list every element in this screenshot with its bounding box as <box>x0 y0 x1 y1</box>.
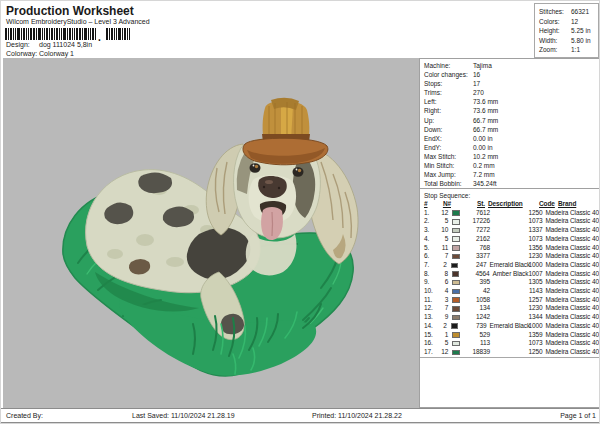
thread-brand: Madeira Classic 40 <box>546 322 599 331</box>
stop-sequence-row: 11.310581257Madeira Classic 40 <box>424 296 599 305</box>
summary-label: Colors: <box>539 17 571 27</box>
app-version-subtitle: Wilcom EmbroideryStudio – Level 3 Advanc… <box>6 18 150 25</box>
stop-sequence-row: 15.15291359Madeira Classic 40 <box>424 331 599 340</box>
thread-description: Emerald Black <box>489 261 528 270</box>
stop-number: 14. <box>424 322 434 331</box>
thread-color-swatch <box>452 219 459 225</box>
thread-code: 1305 <box>528 278 542 287</box>
machine-info-label: Down: <box>424 125 473 134</box>
machine-info-label: Min Stitch: <box>424 161 473 170</box>
needle-number: 3 <box>435 296 448 305</box>
thread-color-swatch <box>452 271 459 277</box>
machine-info-value: 345.24ft <box>473 180 497 187</box>
col-header-description: Description <box>488 200 539 209</box>
thread-brand: Madeira Classic 40 <box>546 226 599 235</box>
thread-color-swatch <box>452 210 459 216</box>
thread-color-swatch <box>452 289 459 295</box>
needle-number: 5 <box>435 217 448 226</box>
thread-brand: Madeira Classic 40 <box>546 217 599 226</box>
stop-number: 3. <box>424 226 435 235</box>
stop-sequence-row: 7.2247Emerald Black1000Madeira Classic 4… <box>424 261 599 270</box>
stitch-count: 768 <box>460 244 491 253</box>
machine-info-row: Max Stitch:10.2 mm <box>424 152 599 161</box>
machine-info-label: EndX: <box>424 134 473 143</box>
thread-code: 1073 <box>528 339 542 348</box>
machine-info-row: Stops:17 <box>424 79 599 88</box>
needle-number: 7 <box>435 304 448 313</box>
design-name-row: Design:dog 111024 5,8in <box>6 41 92 48</box>
machine-info-label: Stops: <box>424 79 473 88</box>
thread-code: 1257 <box>528 296 542 305</box>
thread-brand: Madeira Classic 40 <box>546 331 599 340</box>
thread-color-swatch <box>452 254 459 260</box>
summary-value: 1:1 <box>571 46 580 53</box>
machine-info-row: Max Jump:7.2 mm <box>424 170 599 179</box>
stop-sequence-row: 14.2739Emerald Black1000Madeira Classic … <box>424 322 599 331</box>
machine-info-value: 10.2 mm <box>473 153 498 160</box>
thread-color-swatch <box>452 341 459 347</box>
thread-color-swatch <box>452 236 459 242</box>
stitch-count: 2162 <box>460 235 491 244</box>
stop-sequence-row: 16.51131073Madeira Classic 40 <box>424 339 599 348</box>
summary-value: 12 <box>571 18 578 25</box>
machine-info-value: 66.7 mm <box>473 117 498 124</box>
colorway-row: Colorway:Colorway 1 <box>6 50 74 57</box>
machine-info-value: 17 <box>473 80 480 87</box>
thread-brand: Madeira Classic 40 <box>546 244 599 253</box>
machine-info-row: Min Stitch:0.2 mm <box>424 161 599 170</box>
dog-eye-left <box>250 163 261 173</box>
stitch-count: 3377 <box>460 252 491 261</box>
design-value: dog 111024 5,8in <box>39 41 92 48</box>
cowboy-hat <box>243 98 328 165</box>
thread-code: 1143 <box>528 287 542 296</box>
stitch-count: 4564 <box>459 270 489 279</box>
thread-color-swatch <box>452 245 459 251</box>
stop-number: 1. <box>424 209 435 218</box>
thread-color-swatch <box>452 228 459 234</box>
production-worksheet-page: Production Worksheet Wilcom EmbroiderySt… <box>0 0 600 424</box>
needle-number: 12 <box>435 209 448 218</box>
thread-code: 1073 <box>528 217 542 226</box>
summary-label: Width: <box>539 36 571 46</box>
machine-info-row: Machine:Tajima <box>424 61 599 70</box>
thread-color-swatch <box>452 306 459 312</box>
col-header-num: # <box>424 200 436 209</box>
machine-info-label: Left: <box>424 97 473 106</box>
design-label: Design: <box>6 41 39 48</box>
machine-info-row: Total Bobbin:345.24ft <box>424 179 599 188</box>
machine-info-label: Up: <box>424 116 473 125</box>
machine-info-value: 73.6 mm <box>473 98 498 105</box>
stop-number: 5. <box>424 244 435 253</box>
needle-number: 10 <box>435 226 448 235</box>
page-title: Production Worksheet <box>6 4 134 18</box>
machine-info-row: Up:66.7 mm <box>424 116 599 125</box>
design-summary-box: Stitches:66321Colors:12Height:5.25 inWid… <box>534 3 599 58</box>
stop-number: 9. <box>424 278 435 287</box>
machine-info-label: EndY: <box>424 143 473 152</box>
thread-description: Amber Black <box>493 270 529 279</box>
stop-number: 10. <box>424 287 435 296</box>
stitch-count: 42 <box>460 287 491 296</box>
thread-code: 1344 <box>528 313 542 322</box>
thread-brand: Madeira Classic 40 <box>546 339 599 348</box>
summary-label: Height: <box>539 26 571 36</box>
needle-number: 2 <box>434 261 447 270</box>
stop-sequence-row: 12.71341230Madeira Classic 40 <box>424 304 599 313</box>
thread-brand: Madeira Classic 40 <box>546 252 599 261</box>
stop-number: 2. <box>424 217 435 226</box>
stop-number: 12. <box>424 304 435 313</box>
needle-number: 5 <box>435 339 448 348</box>
machine-info-panel: Machine:TajimaColor changes:16Stops:17Tr… <box>419 58 600 189</box>
col-header-stitches: St. <box>463 200 485 209</box>
thread-code: 1356 <box>528 244 542 253</box>
machine-info-row: Trims:270 <box>424 88 599 97</box>
machine-info-row: Right:73.6 mm <box>424 106 599 115</box>
colorway-label: Colorway: <box>6 50 39 57</box>
stitch-count: 18839 <box>460 348 491 357</box>
machine-info-value: 0.00 in <box>473 144 493 151</box>
needle-number: 8 <box>435 270 448 279</box>
needle-number: 9 <box>435 313 448 322</box>
thread-brand: Madeira Classic 40 <box>546 235 599 244</box>
thread-code: 1000 <box>528 322 542 331</box>
machine-info-label: Total Bobbin: <box>424 179 473 188</box>
